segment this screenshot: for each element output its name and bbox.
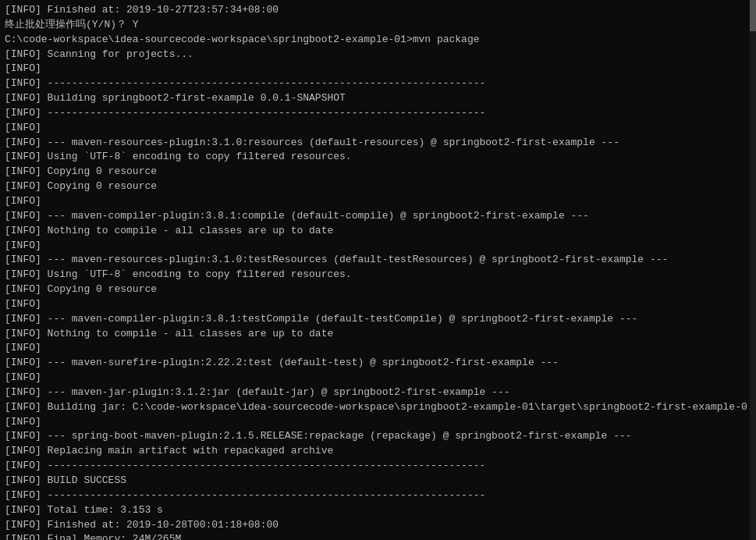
terminal-line: [INFO] Building jar: C:\code-workspace\i…: [5, 400, 751, 415]
terminal-line: [INFO] Scanning for projects...: [5, 48, 751, 62]
terminal-line: [INFO] Nothing to compile - all classes …: [5, 327, 751, 342]
terminal-line: [INFO]: [5, 239, 751, 254]
terminal-line: [INFO] Building springboot2-first-exampl…: [5, 91, 751, 106]
terminal-line: [INFO] --- maven-jar-plugin:3.1.2:jar (d…: [5, 385, 751, 400]
terminal-line: [INFO] --- spring-boot-maven-plugin:2.1.…: [5, 429, 751, 444]
terminal-window: [INFO] Finished at: 2019-10-27T23:57:34+…: [0, 0, 756, 540]
terminal-line: [INFO] Copying 0 resource: [5, 165, 751, 179]
terminal-line: [INFO] ---------------------------------…: [5, 459, 751, 474]
terminal-line: [INFO] --- maven-compiler-plugin:3.8.1:c…: [5, 209, 751, 224]
terminal-line: [INFO]: [5, 341, 751, 356]
terminal-line: [INFO]: [5, 415, 751, 430]
terminal-line: C:\code-workspace\idea-sourcecode-worksp…: [5, 33, 751, 48]
terminal-line: [INFO]: [5, 121, 751, 136]
terminal-line: [INFO] --- maven-resources-plugin:3.1.0:…: [5, 253, 751, 268]
terminal-line: [INFO] Finished at: 2019-10-27T23:57:34+…: [5, 3, 751, 18]
terminal-line: [INFO] --- maven-surefire-plugin:2.22.2:…: [5, 356, 751, 371]
terminal-line: [INFO] Using `UTF-8` encoding to copy fi…: [5, 150, 751, 165]
terminal-line: [INFO]: [5, 297, 751, 312]
terminal-line: [INFO]: [5, 371, 751, 385]
terminal-line: [INFO] --- maven-resources-plugin:3.1.0:…: [5, 136, 751, 151]
scrollbar[interactable]: [750, 0, 756, 540]
terminal-line: [INFO] --- maven-compiler-plugin:3.8.1:t…: [5, 312, 751, 327]
terminal-line: [INFO] Final Memory: 24M/265M: [5, 532, 751, 540]
terminal-line: [INFO]: [5, 194, 751, 209]
terminal-line: [INFO] BUILD SUCCESS: [5, 474, 751, 488]
terminal-line: [INFO]: [5, 62, 751, 76]
terminal-line: [INFO] Finished at: 2019-10-28T00:01:18+…: [5, 518, 751, 533]
terminal-line: [INFO] Total time: 3.153 s: [5, 503, 751, 518]
scrollbar-thumb[interactable]: [750, 0, 756, 31]
terminal-line: [INFO] ---------------------------------…: [5, 76, 751, 91]
terminal-line: [INFO] Using `UTF-8` encoding to copy fi…: [5, 268, 751, 282]
terminal-line: [INFO] Copying 0 resource: [5, 179, 751, 194]
terminal-line: [INFO] Replacing main artifact with repa…: [5, 444, 751, 459]
terminal-line: [INFO] Nothing to compile - all classes …: [5, 224, 751, 239]
terminal-line: 终止批处理操作吗(Y/N)？ Y: [5, 18, 751, 33]
terminal-line: [INFO] ---------------------------------…: [5, 106, 751, 121]
terminal-line: [INFO] ---------------------------------…: [5, 488, 751, 503]
terminal-line: [INFO] Copying 0 resource: [5, 282, 751, 297]
